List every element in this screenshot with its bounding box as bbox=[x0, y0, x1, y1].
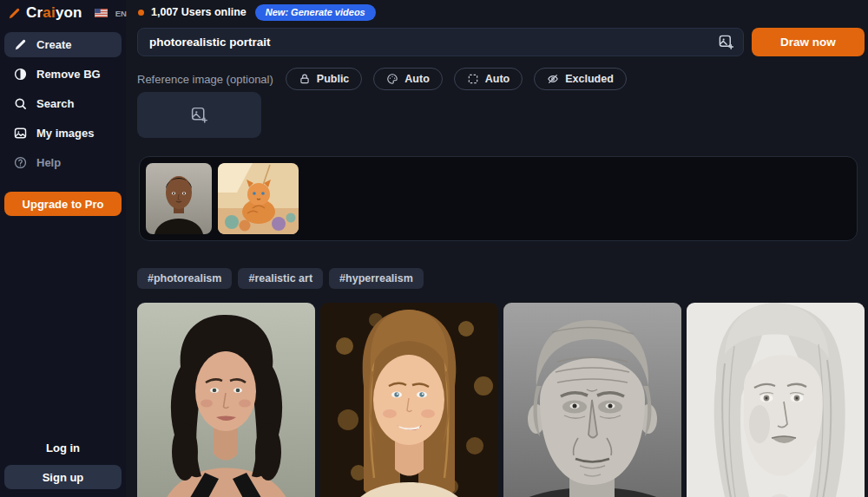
aspect-ratio-chip[interactable]: Auto bbox=[454, 68, 523, 90]
hashtag-photorealism[interactable]: #photorealism bbox=[137, 268, 232, 289]
generated-image-blonde-smiling-woman[interactable] bbox=[320, 303, 498, 497]
language-label[interactable]: EN bbox=[115, 9, 127, 18]
sidebar: Craiyon EN Create Remove BG Search bbox=[0, 0, 126, 497]
image-plus-icon[interactable] bbox=[718, 34, 734, 50]
reference-image-upload[interactable] bbox=[137, 92, 261, 138]
image-plus-icon bbox=[190, 106, 208, 124]
logo[interactable]: Craiyon EN bbox=[0, 0, 126, 21]
sidebar-item-help[interactable]: Help bbox=[4, 150, 122, 175]
sidebar-item-label: Remove BG bbox=[36, 68, 101, 81]
thumbnail-man-portrait[interactable] bbox=[146, 163, 212, 234]
online-status-dot bbox=[138, 10, 144, 16]
hashtag-row: #photorealism #realistic art #hyperreali… bbox=[137, 268, 868, 289]
logo-pencil-icon bbox=[7, 6, 22, 21]
generated-image-pencil-sketch-woman[interactable] bbox=[687, 303, 865, 497]
users-online-count: 1,007 Users online bbox=[151, 6, 247, 18]
recent-images-strip bbox=[139, 156, 858, 241]
sidebar-item-search[interactable]: Search bbox=[4, 91, 122, 116]
sidebar-item-my-images[interactable]: My images bbox=[4, 121, 122, 146]
draw-now-button[interactable]: Draw now bbox=[752, 28, 865, 56]
images-icon bbox=[13, 126, 28, 141]
search-icon bbox=[13, 96, 28, 111]
sidebar-item-label: Search bbox=[36, 97, 74, 110]
prompt-input-wrap bbox=[137, 28, 744, 56]
style-chip[interactable]: Auto bbox=[373, 68, 442, 90]
hashtag-hyperrealism[interactable]: #hyperrealism bbox=[329, 268, 424, 289]
login-link[interactable]: Log in bbox=[4, 441, 122, 454]
man-portrait-image bbox=[146, 163, 212, 234]
main-content: 1,007 Users online New: Generate videos … bbox=[126, 0, 868, 497]
us-flag-icon[interactable] bbox=[95, 9, 108, 17]
new-feature-badge[interactable]: New: Generate videos bbox=[255, 4, 376, 21]
eye-off-icon bbox=[547, 73, 559, 85]
signup-button[interactable]: Sign up bbox=[4, 465, 122, 489]
generated-image-curly-hair-woman[interactable] bbox=[137, 303, 315, 497]
topbar: 1,007 Users online New: Generate videos bbox=[126, 0, 868, 24]
hashtag-realistic-art[interactable]: #realistic art bbox=[238, 268, 323, 289]
sidebar-item-label: Help bbox=[36, 156, 61, 169]
sidebar-item-remove-bg[interactable]: Remove BG bbox=[4, 62, 122, 87]
contrast-icon bbox=[13, 67, 28, 82]
prompt-row: Draw now bbox=[126, 24, 868, 56]
sidebar-item-label: My images bbox=[36, 127, 94, 140]
negative-prompt-chip[interactable]: Excluded bbox=[534, 68, 627, 90]
palette-icon bbox=[386, 73, 398, 85]
thumbnail-kitten[interactable] bbox=[218, 163, 299, 234]
chip-label: Auto bbox=[404, 73, 429, 85]
upgrade-to-pro-button[interactable]: Upgrade to Pro bbox=[4, 192, 122, 216]
lock-icon bbox=[299, 73, 311, 85]
pencil-icon bbox=[13, 37, 28, 52]
prompt-input[interactable] bbox=[137, 28, 744, 56]
sidebar-bottom: Log in Sign up bbox=[4, 441, 122, 489]
reference-image-label: Reference image (optional) bbox=[137, 73, 273, 86]
generated-images-grid bbox=[137, 303, 868, 497]
sidebar-item-create[interactable]: Create bbox=[4, 32, 122, 57]
generated-image-elderly-man-bw[interactable] bbox=[503, 303, 681, 497]
help-icon bbox=[13, 155, 28, 170]
options-row: Reference image (optional) Public Auto A… bbox=[137, 68, 868, 90]
chip-label: Auto bbox=[485, 73, 510, 85]
chip-label: Public bbox=[317, 73, 350, 85]
brand-name: Craiyon bbox=[26, 4, 82, 22]
visibility-chip[interactable]: Public bbox=[286, 68, 363, 90]
chip-label: Excluded bbox=[565, 73, 614, 85]
kitten-image bbox=[218, 163, 299, 234]
dashed-square-icon bbox=[467, 73, 479, 85]
sidebar-item-label: Create bbox=[36, 38, 71, 51]
sidebar-nav: Create Remove BG Search My images bbox=[0, 32, 126, 175]
